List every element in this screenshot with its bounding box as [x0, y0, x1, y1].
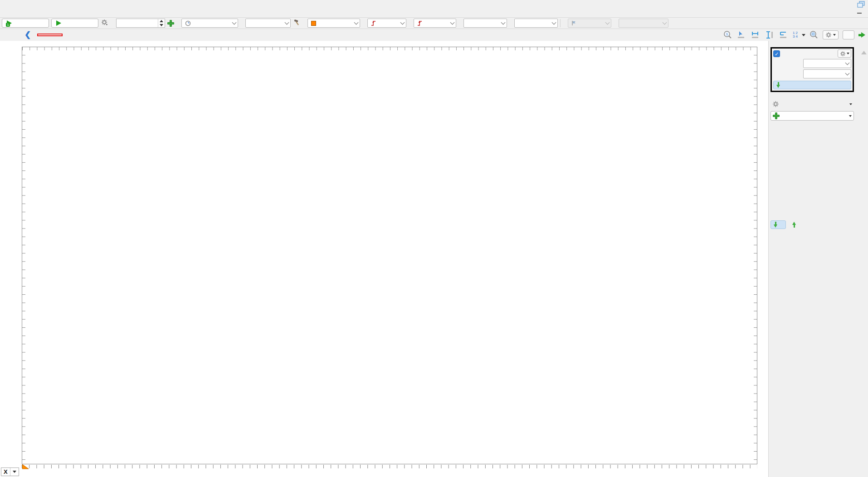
filters-wavegens-row [770, 220, 854, 229]
mode-select[interactable] [181, 19, 238, 28]
single-play-icon: 1 [7, 20, 12, 26]
collapse-left-icon[interactable]: ❮ [24, 30, 31, 39]
quad-view-icon[interactable]: 1 23 4 [793, 31, 798, 39]
rate-samples-button[interactable] [773, 81, 851, 89]
add-icon[interactable] [167, 20, 174, 27]
run-play-icon [56, 20, 61, 26]
spinner-arrows[interactable] [158, 19, 165, 27]
expand-right-icon[interactable] [858, 32, 865, 38]
waveform-svg [22, 47, 757, 464]
single-button[interactable]: 1 [2, 19, 49, 28]
edge-type-icon [371, 20, 376, 26]
ground-marker-icon[interactable] [22, 464, 29, 469]
cascade-windows-icon[interactable] [856, 0, 866, 8]
filters-button[interactable] [770, 220, 786, 229]
measure-dropdown-icon[interactable] [802, 34, 805, 36]
level-select[interactable] [463, 19, 507, 28]
condition-select[interactable] [414, 19, 456, 28]
zoom-1-icon[interactable]: 1 [723, 30, 732, 39]
green-up-arrow-icon [792, 222, 796, 228]
gear-icon [840, 51, 846, 57]
panel-scrollbar[interactable] [861, 44, 867, 473]
options-row[interactable] [770, 100, 854, 108]
edge-measure-icon[interactable] [779, 30, 789, 39]
status-bar: ❮ 1 1 23 4 [0, 29, 868, 41]
green-down-arrow-icon [776, 82, 780, 88]
rising-condition-icon [417, 20, 423, 26]
plot-settings-button[interactable] [823, 30, 839, 39]
base-select[interactable] [803, 69, 851, 78]
green-down-arrow-icon [774, 222, 777, 228]
flag-icon [571, 20, 577, 26]
wavegens-button[interactable] [790, 221, 802, 229]
hammer-icon[interactable] [293, 19, 300, 27]
pointer-measure-icon[interactable] [736, 30, 746, 39]
zoom-icon[interactable] [809, 30, 819, 39]
menu-bar [0, 0, 868, 9]
acquisition-gear-icon[interactable] [101, 19, 109, 28]
vertical-measure-icon[interactable] [765, 30, 775, 39]
collapse-handle[interactable] [857, 13, 862, 14]
type-select[interactable] [367, 19, 406, 28]
hysteresis-select[interactable] [514, 19, 558, 28]
buffer-spinner[interactable] [116, 19, 165, 28]
time-section: ✓ [770, 47, 854, 92]
length-select[interactable] [619, 19, 668, 28]
time-gear-button[interactable] [838, 49, 851, 58]
gear-icon [825, 32, 832, 38]
source-select[interactable] [307, 19, 360, 28]
plot-canvas[interactable] [22, 47, 757, 464]
buffer-value [117, 19, 158, 27]
horizontal-measure-icon[interactable] [751, 30, 761, 39]
y-axis-button[interactable] [843, 30, 854, 39]
add-channel-button[interactable] [770, 111, 854, 121]
control-panel: ✓ [768, 41, 868, 477]
main-area: X ✓ [0, 41, 868, 477]
gear-icon [772, 101, 779, 107]
repeated-icon [185, 20, 191, 26]
lcondition-select[interactable] [568, 19, 611, 28]
run-button[interactable] [51, 19, 98, 28]
svg-text:1: 1 [726, 32, 728, 36]
time-checkbox[interactable]: ✓ [773, 50, 780, 57]
scroll-up-icon[interactable] [861, 51, 867, 54]
trigger-select[interactable] [245, 19, 291, 28]
scope-plot[interactable]: X [0, 41, 768, 477]
add-channel-plus-icon [773, 112, 780, 119]
instrument-tab-bar [0, 9, 868, 18]
waveforms-scope-window: 1 [0, 0, 868, 477]
channel1-color-swatch [311, 21, 316, 26]
bottom-ticks [22, 465, 757, 468]
x-axis-button[interactable]: X [1, 467, 19, 476]
position-select[interactable] [803, 59, 851, 68]
scope-toolbar: 1 [0, 18, 868, 29]
status-badge [37, 34, 63, 36]
